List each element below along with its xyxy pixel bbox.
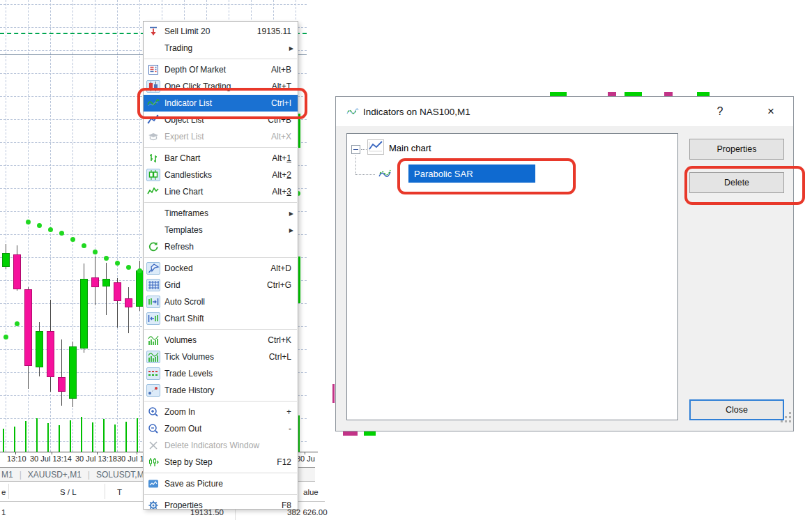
menu-item-trading[interactable]: Trading▶ (144, 40, 298, 56)
menu-item-shortcut: - (289, 424, 291, 434)
menu-item-label: Tick Volumes (164, 352, 269, 362)
menu-item-shortcut: Ctrl+G (267, 280, 291, 290)
column-divider (105, 484, 105, 499)
candle (102, 279, 110, 286)
volume-bar (47, 423, 49, 452)
menu-item-label: Bar Chart (164, 153, 272, 163)
volume-bar (103, 419, 105, 452)
indicators-dialog: Indicators on NAS100,M1 ? × Main chart P… (335, 96, 794, 431)
menu-item-label: Grid (164, 280, 267, 290)
menu-item-chart-shift[interactable]: Chart Shift (144, 310, 298, 327)
resize-grip[interactable] (781, 412, 792, 423)
menu-item-bar-chart[interactable]: Bar ChartAlt+1 (144, 150, 298, 167)
menu-item-tick-volumes[interactable]: Tick VolumesCtrl+L (144, 349, 298, 365)
screenshot-root: 13:1030 Jul 13:1430 Jul 13:1830 Jul 1330… (0, 0, 812, 520)
properties-icon (146, 499, 160, 510)
menu-item-templates[interactable]: Templates▶ (144, 222, 298, 238)
candle-wick (128, 287, 129, 333)
grid-line (6, 0, 6, 452)
submenu-arrow-icon: ▶ (289, 211, 293, 217)
menu-item-label: Trade Levels (164, 369, 298, 378)
help-button[interactable]: ? (710, 97, 730, 126)
menu-item-label: Volumes (164, 335, 268, 345)
symbol-tab[interactable]: M1 (1, 470, 13, 480)
menu-item-depth-of-market[interactable]: Depth Of MarketAlt+B (144, 61, 298, 78)
menu-item-trade-history[interactable]: Trade History (144, 382, 298, 399)
close-icon[interactable]: × (758, 97, 783, 126)
main-chart-icon (367, 139, 384, 155)
tree-connector (361, 149, 367, 150)
menu-separator (144, 147, 297, 148)
indicators-dialog-icon (346, 106, 359, 117)
volume-bar (14, 427, 15, 452)
menu-item-volumes[interactable]: VolumesCtrl+K (144, 332, 298, 349)
candle-wick (61, 339, 62, 406)
volume-bar (81, 417, 82, 452)
trade-history-icon (146, 384, 160, 397)
time-label: 13:10 (7, 454, 26, 463)
candle-wick (106, 263, 107, 315)
menu-item-shortcut: F12 (277, 457, 291, 467)
menu-separator (144, 494, 297, 495)
symbol-tab[interactable]: XAUUSD+,M1 (28, 470, 82, 480)
menu-separator (144, 473, 297, 473)
menu-item-properties[interactable]: PropertiesF8 (144, 497, 298, 510)
menu-item-line-chart[interactable]: Line ChartAlt+3 (144, 183, 298, 200)
menu-item-timeframes[interactable]: Timeframes▶ (144, 205, 298, 222)
column-divider (8, 484, 9, 499)
menu-item-zoom-out[interactable]: Zoom Out- (144, 420, 298, 437)
docked-icon (146, 262, 160, 275)
candle (2, 253, 10, 267)
expert-list-icon (146, 130, 160, 143)
menu-item-refresh[interactable]: Refresh (144, 238, 298, 255)
tree-connector (355, 174, 375, 175)
menu-item-sell-limit[interactable]: Sell Limit 2019135.11 (144, 23, 298, 40)
menu-item-label: Depth Of Market (164, 65, 271, 75)
menu-item-label: Templates (164, 225, 289, 235)
submenu-arrow-icon: ▶ (289, 45, 293, 52)
menu-item-step-by-step[interactable]: Step by StepF12 (144, 454, 298, 471)
menu-item-shortcut: Alt+2 (272, 170, 291, 180)
candle (69, 346, 77, 399)
volume-bar (25, 421, 26, 452)
menu-item-auto-scroll[interactable]: Auto Scroll (144, 293, 298, 310)
menu-item-shortcut: Alt+D (270, 263, 291, 273)
candle (47, 331, 54, 377)
dialog-titlebar[interactable]: Indicators on NAS100,M1 ? × (336, 97, 793, 126)
tree-item-main-chart[interactable]: Main chart (389, 143, 431, 153)
properties-button[interactable]: Properties (689, 139, 784, 160)
menu-item-expert-list[interactable]: Expert ListAlt+X (144, 128, 298, 145)
menu-item-label: Line Chart (164, 187, 272, 197)
menu-item-trade-levels[interactable]: Trade Levels (144, 365, 298, 382)
menu-item-label: Timeframes (164, 208, 289, 218)
menu-item-candlesticks[interactable]: CandlesticksAlt+2 (144, 167, 298, 183)
menu-separator (144, 257, 297, 258)
menu-item-shortcut: Alt+X (271, 132, 291, 142)
menu-item-delete-indicators-window[interactable]: Delete Indicators Window (144, 437, 298, 454)
line-chart-icon (146, 185, 160, 198)
close-button[interactable]: Close (689, 399, 784, 420)
candle (114, 282, 121, 301)
time-label: 30 Jul 13:18 (75, 454, 117, 463)
symbol-tab[interactable]: SOLUSDT,M1 (96, 470, 148, 480)
minus-icon (353, 149, 358, 150)
table-row-fragment: 1 (1, 508, 6, 517)
candle (58, 377, 66, 392)
candle (80, 279, 88, 349)
menu-item-zoom-in[interactable]: Zoom In+ (144, 404, 298, 420)
time-label: 30 Ju (296, 454, 315, 463)
tab-separator: | (88, 470, 90, 480)
step-by-step-icon (146, 456, 160, 468)
menu-item-docked[interactable]: DockedAlt+D (144, 260, 298, 277)
tree-collapse-toggle[interactable] (351, 145, 360, 154)
volume-bar (3, 429, 4, 452)
sar-dot (115, 261, 120, 266)
sar-dot (15, 321, 20, 326)
volume-bar (59, 425, 60, 452)
menu-item-shortcut: 19135.11 (257, 26, 291, 36)
menu-separator (144, 202, 297, 203)
menu-item-save-as-picture[interactable]: Save as Picture (144, 475, 298, 492)
menu-item-shortcut: Alt+1 (272, 153, 291, 163)
sar-dot (48, 227, 53, 232)
menu-item-grid[interactable]: GridCtrl+G (144, 277, 298, 293)
